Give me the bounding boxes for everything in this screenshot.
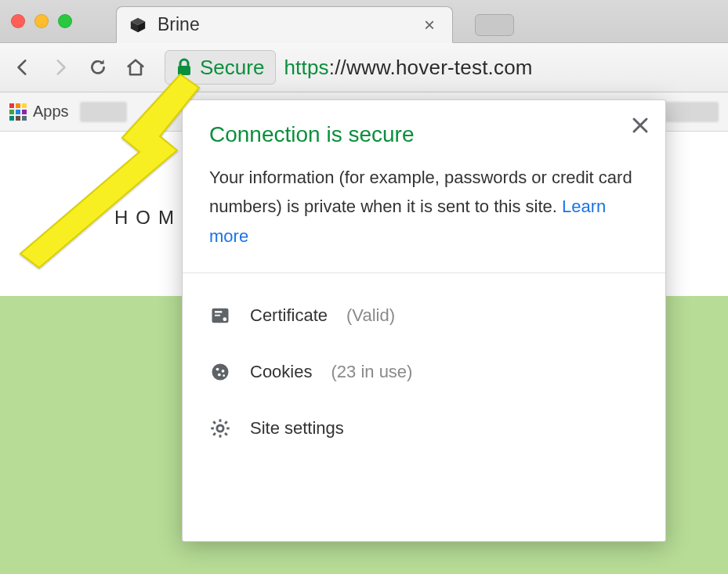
svg-point-9 bbox=[216, 368, 219, 371]
new-tab-button[interactable] bbox=[475, 14, 514, 36]
home-button[interactable] bbox=[122, 54, 149, 81]
gear-icon bbox=[209, 417, 231, 439]
svg-point-12 bbox=[223, 374, 225, 377]
url-scheme: https bbox=[284, 56, 328, 79]
forward-button[interactable] bbox=[47, 54, 74, 81]
popup-close-button[interactable] bbox=[626, 111, 654, 139]
certificate-row[interactable]: Certificate (Valid) bbox=[183, 287, 665, 344]
toolbar: Secure https://www.hover-test.com bbox=[0, 43, 728, 92]
window-minimize-button[interactable] bbox=[34, 14, 49, 28]
secure-label: Secure bbox=[200, 56, 264, 80]
svg-rect-5 bbox=[215, 311, 222, 312]
svg-rect-7 bbox=[215, 315, 220, 316]
svg-point-13 bbox=[217, 425, 223, 431]
svg-point-6 bbox=[223, 318, 227, 322]
certificate-icon bbox=[209, 305, 231, 327]
browser-tab[interactable]: Brine × bbox=[116, 6, 453, 43]
window-zoom-button[interactable] bbox=[58, 14, 72, 28]
window-close-button[interactable] bbox=[11, 14, 25, 28]
url-rest: ://www.hover-test.com bbox=[329, 56, 533, 79]
popup-description: Your information (for example, passwords… bbox=[209, 163, 639, 251]
site-settings-row[interactable]: Site settings bbox=[183, 400, 665, 457]
popup-title: Connection is secure bbox=[209, 122, 639, 147]
close-icon bbox=[632, 117, 649, 134]
svg-point-10 bbox=[222, 370, 225, 373]
svg-line-19 bbox=[225, 433, 227, 435]
url-text: https://www.hover-test.com bbox=[284, 56, 532, 80]
apps-shortcut[interactable]: Apps bbox=[9, 103, 69, 121]
svg-line-20 bbox=[225, 421, 227, 424]
back-button[interactable] bbox=[9, 54, 36, 81]
svg-line-18 bbox=[213, 421, 216, 424]
svg-line-21 bbox=[213, 433, 216, 435]
address-bar[interactable]: Secure https://www.hover-test.com bbox=[165, 50, 719, 85]
cookies-count: (23 in use) bbox=[331, 362, 412, 382]
svg-rect-3 bbox=[178, 66, 190, 75]
svg-point-11 bbox=[218, 374, 221, 377]
cookies-label: Cookies bbox=[250, 362, 312, 382]
tab-close-button[interactable]: × bbox=[419, 14, 440, 36]
cookie-icon bbox=[209, 361, 231, 383]
apps-icon bbox=[9, 103, 27, 121]
tab-favicon bbox=[129, 16, 147, 34]
security-indicator[interactable]: Secure bbox=[165, 50, 276, 85]
lock-icon bbox=[176, 58, 192, 77]
tab-strip: Brine × bbox=[0, 0, 728, 43]
site-settings-label: Site settings bbox=[250, 418, 344, 439]
cookies-row[interactable]: Cookies (23 in use) bbox=[183, 344, 665, 400]
site-info-popup: Connection is secure Your information (f… bbox=[182, 99, 666, 542]
certificate-status: (Valid) bbox=[346, 305, 395, 326]
bookmark-item[interactable] bbox=[80, 102, 127, 122]
tab-title: Brine bbox=[158, 14, 419, 35]
certificate-label: Certificate bbox=[250, 305, 328, 326]
reload-button[interactable] bbox=[85, 54, 111, 81]
svg-point-8 bbox=[212, 364, 229, 381]
apps-label: Apps bbox=[33, 103, 69, 121]
window-controls bbox=[11, 14, 72, 28]
